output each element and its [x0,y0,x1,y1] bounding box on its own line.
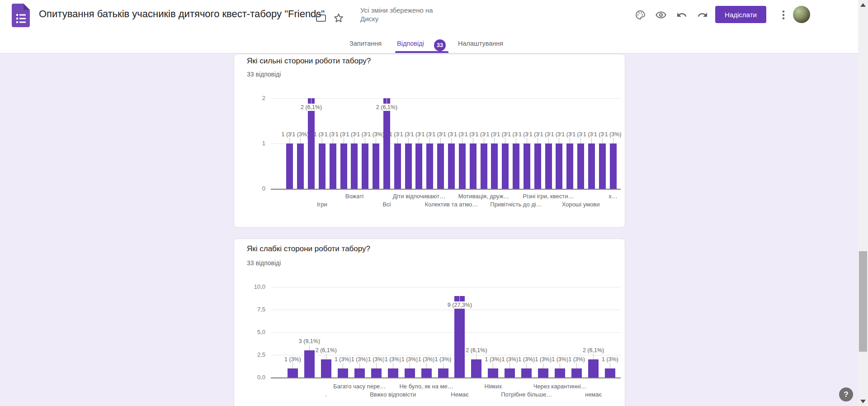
chart-bar [362,143,368,189]
save-status[interactable]: Усі зміни збережено на Диску [360,6,444,23]
chart-bar [471,359,481,377]
chart-bar [505,368,515,377]
preview-eye-icon[interactable] [655,10,667,21]
chart-bar [488,368,498,377]
annotation-stem [509,363,510,368]
x-axis-category-label: Діти відпочивают… [393,193,445,200]
google-forms-logo-icon[interactable] [12,4,30,27]
annotation-stem [344,138,344,143]
x-axis-category-label: Привітність до ді… [490,201,542,208]
x-axis-category-label: Всі [382,201,391,208]
annotation-stem [591,138,592,143]
annotation-stem [311,98,311,104]
chart-bar [388,368,398,377]
annotation-stem [476,354,476,359]
annotation-stem [538,138,538,143]
chart-bar [448,143,455,189]
chart-bar [383,98,390,189]
responses-count-badge[interactable]: 33 [434,39,446,51]
annotation-stem [393,363,393,368]
chart-bar [521,368,532,377]
annotation-stem [387,98,387,104]
annotation-stem [459,296,460,301]
chart-bar [556,143,562,189]
tab-questions[interactable]: Запитання [349,40,382,47]
annotation-stem [440,138,441,143]
chart-bar [351,143,358,189]
annotation-stem [376,363,377,368]
undo-icon[interactable] [676,10,688,21]
scroll-down-arrow-icon[interactable] [860,400,866,403]
bar-value-label: 2 (6,1%) [582,347,604,354]
chart-bar [588,143,595,189]
chart-bar [373,143,379,189]
chart-bar [577,143,584,189]
form-title[interactable]: Опитування батьків учасників дитячого кв… [39,8,325,20]
strengths-bar-chart: 0121 (3%)1 (3%)2 (6,1%)1 (3%)1 (3%)1 (3%… [234,54,625,227]
bar-value-label: 1 (3%) [551,356,569,363]
annotation-stem [343,363,343,368]
x-axis-category-label: Потрібне більше… [501,391,552,398]
y-axis-tick-label: 0 [242,185,265,192]
chart-bar [599,143,606,189]
bar-value-label: 1 (3%) [292,131,309,138]
x-axis-category-label: Ніяких [484,383,502,390]
x-axis-category-label: немає [585,391,602,398]
bar-value-label: 1 (3%) [534,356,552,363]
x-axis-category-label: Колектив та атмо… [425,201,478,208]
x-axis-category-label: Мотивація, друж… [458,193,509,200]
chart-bar [338,368,348,377]
annotation-stem [292,363,293,368]
user-avatar[interactable] [793,6,810,23]
annotation-stem [443,363,443,368]
chart-bar [459,143,466,189]
chart-gridline [271,355,621,355]
chart-gridline [271,98,621,99]
tab-responses[interactable]: Відповіді [397,40,424,47]
bar-value-label: 1 (3%) [367,131,385,138]
annotation-stem [580,138,581,143]
bar-value-label: 1 (3%) [418,356,435,363]
chart-bar [513,143,519,189]
bar-value-label: 1 (3%) [601,356,619,363]
chart-bar [330,143,336,189]
bar-value-label: 2 (6,1%) [315,347,337,354]
chart-bar [308,98,315,189]
more-menu-icon[interactable] [778,9,789,21]
chart-bar [297,143,304,189]
x-axis-category-label: . [326,391,327,398]
tab-settings[interactable]: Налаштування [458,40,503,47]
bar-value-label: 2 (6,1%) [465,347,487,354]
chart-bar [321,359,331,377]
help-button[interactable]: ? [839,387,853,401]
vertical-scrollbar[interactable] [858,0,868,406]
annotation-stem [309,345,310,350]
chart-bar [438,368,448,377]
star-icon[interactable] [333,12,344,24]
x-axis-baseline [271,189,621,190]
bar-value-label: 2 (6,1%) [300,104,322,111]
chart-bar [491,143,498,189]
move-to-folder-icon[interactable] [315,12,327,24]
y-axis-tick-label: 10,0 [242,283,265,291]
annotation-stem [410,363,410,368]
theme-palette-icon[interactable] [634,10,646,21]
question-card-strengths: Які сильні сторони роботи табору? 33 від… [234,54,625,228]
chart-bar [571,368,582,377]
chart-bar [524,143,530,189]
chart-gridline [271,287,621,287]
bar-value-label: 1 (3%) [401,356,419,363]
x-axis-category-label: Немає [451,391,468,398]
bar-value-label: 1 (3%) [334,356,352,363]
scrollbar-thumb[interactable] [859,251,867,352]
send-button[interactable]: Надіслати [715,6,766,23]
annotation-stem [419,138,419,143]
annotation-stem [527,138,527,143]
bar-value-label: 1 (3%) [484,356,502,363]
scroll-up-arrow-icon[interactable] [860,3,866,7]
redo-icon[interactable] [697,10,708,21]
annotation-stem [613,138,613,143]
annotation-stem [376,138,376,143]
annotation-stem [494,138,495,143]
x-axis-category-label: Вожаті [345,193,363,200]
